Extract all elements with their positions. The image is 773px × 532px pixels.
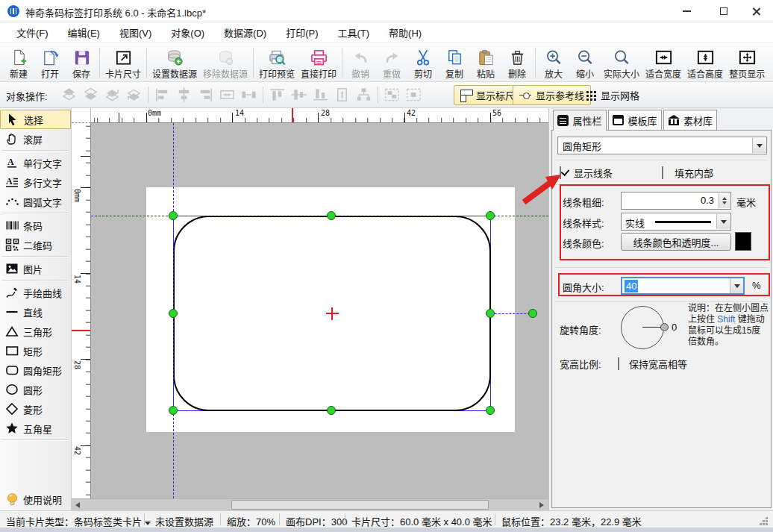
object-ops-label: 对象操作:: [6, 89, 48, 103]
resize-grip[interactable]: [763, 520, 765, 522]
show-ruler-toggle[interactable]: 显示标尺: [454, 85, 522, 105]
fill-inside-label: 填充内部: [675, 166, 713, 180]
dpi-status: 画布DPI：300: [286, 514, 347, 528]
show-grid-toggle[interactable]: 显示网格: [579, 85, 645, 105]
chevron-down-icon: [716, 214, 730, 229]
open-button[interactable]: 打开: [34, 45, 66, 81]
menu-tools[interactable]: 工具(T): [328, 22, 378, 43]
scroll-left-arrow[interactable]: [73, 501, 82, 510]
spinner-arrows-icon[interactable]: [719, 193, 730, 208]
qrcode-icon: [5, 238, 19, 251]
scrollbar-thumb[interactable]: [231, 500, 489, 510]
fit-height-button[interactable]: 适合高度: [684, 45, 726, 81]
new-document-icon: [10, 48, 28, 66]
tab-templates[interactable]: 模板库: [608, 110, 662, 130]
card-size-icon: [114, 48, 133, 66]
show-line-checkbox[interactable]: [560, 166, 561, 179]
chevron-down-icon: [145, 522, 151, 525]
tool-rect[interactable]: 矩形: [0, 341, 71, 360]
tool-freehand-curve[interactable]: 手绘曲线: [0, 283, 71, 302]
card-size-button[interactable]: 卡片尺寸: [102, 45, 144, 81]
print-preview-button[interactable]: 打印预览: [256, 45, 298, 81]
mouse-x-marker: [292, 108, 293, 122]
tool-image[interactable]: 图片: [0, 259, 71, 278]
actual-size-icon: [613, 48, 631, 66]
rotation-knob[interactable]: [660, 323, 669, 331]
design-canvas[interactable]: [91, 123, 548, 498]
database-add-icon: [166, 48, 184, 66]
set-datasource-button[interactable]: 设置数据源: [149, 45, 200, 81]
menu-edit[interactable]: 编辑(E): [59, 22, 109, 43]
handle-bottom-middle[interactable]: [327, 406, 336, 415]
menu-object[interactable]: 对象(O): [162, 22, 213, 43]
line-color-button[interactable]: 线条颜色和透明度...: [621, 233, 731, 251]
tool-single-line-text[interactable]: A 单行文字: [0, 153, 71, 172]
selected-text: 40: [625, 280, 638, 292]
line-width-input[interactable]: 0.3: [621, 192, 731, 210]
menu-print[interactable]: 打印(P): [277, 22, 327, 43]
clipboard-paste-icon: [477, 48, 495, 66]
handle-middle-right[interactable]: [486, 309, 495, 318]
tool-qrcode[interactable]: 二维码: [0, 235, 71, 254]
full-page-button[interactable]: 整页显示: [726, 45, 768, 81]
handle-top-middle[interactable]: [327, 211, 336, 220]
save-button[interactable]: 保存: [66, 45, 97, 81]
handle-top-left[interactable]: [169, 211, 178, 220]
app-window: 神奇条码标签打印系统 6.0 - 未命名1.lbcp* 文件(F) 编辑(E) …: [0, 0, 773, 532]
object-ops-icons: [58, 85, 425, 104]
tool-arc-text[interactable]: 圆弧文字: [0, 192, 71, 211]
image-icon: [5, 262, 19, 275]
paste-button[interactable]: 粘贴: [470, 45, 501, 81]
tool-pan[interactable]: 滚屏: [0, 129, 71, 148]
new-button[interactable]: 新建: [3, 45, 34, 81]
tab-properties[interactable]: 属性栏: [553, 110, 607, 131]
tool-barcode[interactable]: 条码: [0, 216, 71, 235]
fill-inside-checkbox[interactable]: [662, 166, 663, 179]
maximize-button[interactable]: [707, 0, 740, 22]
handle-bottom-left[interactable]: [169, 406, 178, 415]
material-bank-icon: [668, 115, 680, 125]
corner-radius-input[interactable]: 40: [621, 277, 745, 295]
actual-size-button[interactable]: 实际大小: [601, 45, 642, 81]
tool-diamond[interactable]: 菱形: [0, 399, 71, 419]
minimize-button[interactable]: [670, 0, 703, 22]
rotation-label: 旋转角度:: [560, 322, 601, 337]
handle-rotate[interactable]: [528, 309, 537, 318]
handle-top-right[interactable]: [486, 211, 495, 220]
fit-width-button[interactable]: 适合宽度: [642, 45, 684, 81]
tool-select[interactable]: 选择: [0, 110, 71, 129]
rotation-dial[interactable]: [621, 306, 664, 349]
line-color-swatch[interactable]: [735, 232, 751, 251]
delete-button[interactable]: 删除: [501, 45, 533, 81]
scroll-right-arrow[interactable]: [537, 501, 546, 510]
tool-circle[interactable]: 圆形: [0, 380, 71, 399]
line-style-dropdown[interactable]: 实线: [621, 213, 731, 231]
grid-dots-icon: [586, 91, 589, 93]
help-button[interactable]: 使用说明: [0, 489, 71, 509]
zoom-out-button[interactable]: 缩小: [569, 45, 601, 81]
copy-button[interactable]: 复制: [439, 45, 470, 81]
maximize-icon: [720, 7, 727, 15]
zoom-in-button[interactable]: 放大: [538, 45, 569, 81]
direct-print-button[interactable]: 直接打印: [298, 45, 339, 81]
tool-multi-line-text[interactable]: A 多行文字: [0, 172, 71, 192]
tool-rounded-rect[interactable]: 圆角矩形: [0, 360, 71, 380]
shape-type-dropdown[interactable]: 圆角矩形: [557, 137, 767, 154]
tool-star[interactable]: 五角星: [0, 419, 71, 438]
menu-view[interactable]: 视图(V): [110, 22, 160, 43]
tab-materials[interactable]: 素材库: [663, 110, 717, 130]
tool-line[interactable]: 直线: [0, 302, 71, 322]
horizontal-scrollbar[interactable]: [72, 498, 548, 510]
handle-middle-left[interactable]: [169, 309, 178, 318]
handle-bottom-right[interactable]: [486, 406, 495, 415]
keep-aspect-checkbox[interactable]: [618, 357, 619, 370]
horizontal-guide-line[interactable]: [91, 216, 548, 216]
triangle-icon: [5, 325, 19, 338]
menu-file[interactable]: 文件(F): [7, 22, 57, 43]
menu-help[interactable]: 帮助(H): [380, 22, 431, 43]
tool-triangle[interactable]: 三角形: [0, 322, 71, 341]
card-type-status[interactable]: 当前卡片类型：条码标签类卡片: [6, 514, 151, 528]
menu-datasource[interactable]: 数据源(D): [215, 22, 275, 43]
cut-button[interactable]: 剪切: [407, 45, 439, 81]
close-button[interactable]: [740, 0, 773, 22]
